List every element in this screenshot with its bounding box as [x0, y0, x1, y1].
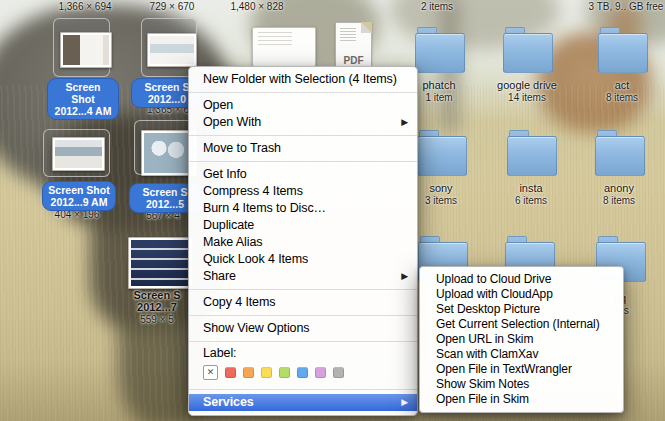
folder-icon-sony[interactable]: [417, 130, 465, 175]
menu-item-duplicate[interactable]: Duplicate: [189, 217, 417, 234]
menu-item-move-to-trash[interactable]: Move to Trash: [189, 140, 417, 157]
folder-name[interactable]: sony: [411, 182, 471, 194]
folder-name[interactable]: act: [592, 79, 652, 91]
menu-item-compress[interactable]: Compress 4 Items: [189, 183, 417, 200]
label-color-row: ✕: [189, 361, 417, 385]
folder-item-count: 1 item: [409, 92, 469, 103]
item-info-cutoff: 2 items: [408, 1, 466, 12]
folder-icon-insta[interactable]: [507, 130, 555, 175]
pdf-file-icon[interactable]: PDF: [335, 22, 372, 70]
services-submenu: Upload to Cloud Drive Upload with CloudA…: [419, 266, 624, 413]
desktop-background: 1,366 × 694 729 × 670 1,480 × 828 2 item…: [0, 0, 665, 421]
folder-item-count: 8 items: [592, 92, 652, 103]
screenshot-label-5-line2: 2012...7: [118, 301, 196, 313]
menu-item-make-alias[interactable]: Make Alias: [189, 234, 417, 251]
screenshot-thumbnail-3[interactable]: [52, 137, 105, 171]
label-swatch-blue[interactable]: [297, 367, 308, 378]
menu-item-show-view-options[interactable]: Show View Options: [189, 320, 417, 337]
submenu-item-open-textwrangler[interactable]: Open File in TextWrangler: [420, 362, 623, 377]
menu-separator: [189, 341, 417, 342]
label-section-header: Label:: [189, 346, 417, 361]
submenu-item-open-file-skim[interactable]: Open File in Skim: [420, 392, 623, 407]
menu-item-new-folder-with-selection[interactable]: New Folder with Selection (4 Items): [189, 71, 417, 88]
pdf-badge: PDF: [336, 55, 371, 66]
folder-name[interactable]: anony: [589, 182, 649, 194]
submenu-item-set-desktop-picture[interactable]: Set Desktop Picture: [420, 302, 623, 317]
folder-icon-anony[interactable]: [595, 130, 643, 175]
window-thumbnail-icon[interactable]: [252, 27, 316, 67]
folder-item-count: 6 items: [501, 195, 561, 206]
screenshot-label-1[interactable]: Screen Shot2012...4 AM: [47, 78, 119, 120]
drive-info-cutoff: 3 TB, 9.. GB free: [586, 1, 665, 12]
menu-item-burn-to-disc[interactable]: Burn 4 Items to Disc…: [189, 200, 417, 217]
menu-item-get-info[interactable]: Get Info: [189, 166, 417, 183]
screenshot-thumbnail-1[interactable]: [60, 32, 112, 68]
folder-icon-phatch[interactable]: [415, 27, 463, 72]
label-swatch-gray[interactable]: [333, 367, 344, 378]
label-swatch-orange[interactable]: [243, 367, 254, 378]
menu-item-open-with[interactable]: Open With▶: [189, 114, 417, 131]
submenu-arrow-icon: ▶: [401, 268, 408, 285]
menu-item-services[interactable]: Services▶: [189, 394, 417, 411]
item-info: 559 × 5: [122, 314, 192, 325]
label-swatch-yellow[interactable]: [261, 367, 272, 378]
menu-item-share[interactable]: Share▶: [189, 268, 417, 285]
screenshot-label-5-line1: Screen S: [118, 289, 196, 301]
item-info-cutoff: 1,366 × 694: [48, 1, 122, 12]
item-info-cutoff: 729 × 670: [138, 1, 206, 12]
context-menu: New Folder with Selection (4 Items) Open…: [188, 66, 418, 416]
label-clear-button[interactable]: ✕: [203, 365, 218, 380]
menu-item-copy[interactable]: Copy 4 Items: [189, 294, 417, 311]
submenu-item-scan-clamxav[interactable]: Scan with ClamXav: [420, 347, 623, 362]
submenu-item-open-url-skim[interactable]: Open URL in Skim: [420, 332, 623, 347]
label-swatch-purple[interactable]: [315, 367, 326, 378]
menu-separator: [189, 161, 417, 162]
submenu-item-upload-cloudapp[interactable]: Upload with CloudApp: [420, 287, 623, 302]
screenshot-thumbnail-2[interactable]: [147, 33, 197, 67]
menu-separator: [189, 389, 417, 390]
folder-name[interactable]: phatch: [409, 79, 469, 91]
folder-name[interactable]: insta: [501, 182, 561, 194]
submenu-arrow-icon: ▶: [401, 394, 408, 411]
menu-separator: [189, 315, 417, 316]
folder-item-count: 8 items: [589, 195, 649, 206]
label-swatch-green[interactable]: [279, 367, 290, 378]
folder-icon-google-drive[interactable]: [503, 27, 551, 72]
submenu-item-upload-cloud-drive[interactable]: Upload to Cloud Drive: [420, 272, 623, 287]
item-info-cutoff: 1,480 × 828: [221, 1, 293, 12]
menu-separator: [189, 92, 417, 93]
folder-item-count: 14 items: [497, 92, 557, 103]
menu-separator: [189, 289, 417, 290]
submenu-item-get-current-selection[interactable]: Get Current Selection (Internal): [420, 317, 623, 332]
menu-separator: [189, 135, 417, 136]
menu-item-open[interactable]: Open: [189, 97, 417, 114]
folder-item-count: 3 items: [411, 195, 471, 206]
label-swatch-red[interactable]: [225, 367, 236, 378]
menu-item-quick-look[interactable]: Quick Look 4 Items: [189, 251, 417, 268]
screenshot-icon-5[interactable]: [128, 237, 192, 289]
page-fold: [361, 22, 372, 33]
folder-icon-act[interactable]: [598, 27, 646, 72]
submenu-arrow-icon: ▶: [401, 114, 408, 131]
folder-name[interactable]: google drive: [487, 79, 567, 91]
screenshot-label-3[interactable]: Screen Shot2012...9 AM: [42, 181, 116, 211]
submenu-item-show-skim-notes[interactable]: Show Skim Notes: [420, 377, 623, 392]
